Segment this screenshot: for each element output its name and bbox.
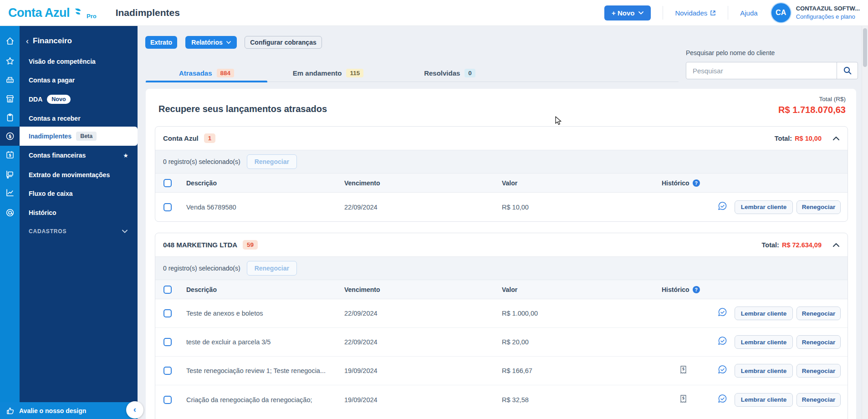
sidebar-nav: ‹ Financeiro Visão de competência Contas… bbox=[20, 26, 138, 419]
extrato-button[interactable]: Extrato bbox=[145, 36, 177, 49]
sidebar-item-contas-a-pagar[interactable]: Contas a pagar bbox=[20, 71, 138, 90]
scrollbar-thumb[interactable] bbox=[863, 28, 867, 67]
collapse-group-button[interactable] bbox=[832, 136, 840, 141]
collapse-group-button[interactable] bbox=[832, 243, 840, 247]
search-input[interactable] bbox=[686, 67, 837, 75]
novo-badge: Novo bbox=[47, 95, 70, 104]
novo-button[interactable]: + Novo bbox=[604, 5, 651, 20]
column-valor: Valor bbox=[502, 179, 517, 187]
external-link-icon bbox=[710, 10, 716, 16]
chevron-left-icon: ‹ bbox=[133, 404, 136, 414]
renegotiation-receipt-icon[interactable]: $ bbox=[680, 394, 687, 405]
chat-check-icon[interactable] bbox=[717, 337, 727, 347]
group-total-label: Total: bbox=[775, 135, 792, 142]
renegociar-row-button[interactable]: Renegociar bbox=[797, 364, 841, 378]
table-row: Teste renegociação review 1; Teste reneg… bbox=[155, 357, 848, 385]
sidebar-item-contas-financeiras[interactable]: Contas financeiras ★ bbox=[20, 146, 138, 165]
renegociar-row-button[interactable]: Renegociar bbox=[797, 307, 841, 320]
sidebar-item-visao-de-competencia[interactable]: Visão de competência bbox=[20, 52, 138, 71]
link-icon[interactable] bbox=[0, 203, 20, 222]
lembrar-cliente-button[interactable]: Lembrar cliente bbox=[735, 335, 793, 349]
row-checkbox[interactable] bbox=[163, 338, 172, 346]
cash-register-icon[interactable] bbox=[0, 70, 20, 89]
sidebar-header-financeiro[interactable]: ‹ Financeiro bbox=[20, 33, 72, 49]
help-icon[interactable]: ? bbox=[693, 179, 700, 187]
column-vencimento: Vencimento bbox=[344, 179, 380, 187]
chat-check-icon[interactable] bbox=[717, 308, 727, 319]
row-checkbox[interactable] bbox=[163, 396, 172, 404]
sidebar-item-fluxo-de-caixa[interactable]: Fluxo de caixa bbox=[20, 184, 138, 203]
clipboard-icon[interactable] bbox=[0, 108, 20, 127]
grand-total-label: Total (R$) bbox=[729, 96, 846, 102]
tab-atrasadas[interactable]: Atrasadas 884 bbox=[146, 64, 267, 82]
sidebar-item-historico[interactable]: Histórico bbox=[20, 203, 138, 222]
lembrar-cliente-button[interactable]: Lembrar cliente bbox=[735, 307, 793, 320]
row-checkbox[interactable] bbox=[163, 203, 172, 211]
sidebar-item-extrato-de-movimentacoes[interactable]: Extrato de movimentações bbox=[20, 165, 138, 184]
group-total-value: R$ 72.634,09 bbox=[782, 241, 822, 249]
relatorios-button[interactable]: Relatórios bbox=[185, 36, 237, 49]
renegociar-bulk-button[interactable]: Renegociar bbox=[247, 154, 297, 169]
lembrar-cliente-button[interactable]: Lembrar cliente bbox=[735, 364, 793, 378]
sidebar-section-cadastros[interactable]: CADASTROS bbox=[20, 222, 138, 241]
renegociar-label: Renegociar bbox=[255, 265, 289, 272]
home-icon[interactable] bbox=[0, 31, 20, 51]
renegociar-row-button[interactable]: Renegociar bbox=[797, 393, 841, 407]
renegociar-row-button[interactable]: Renegociar bbox=[797, 200, 841, 214]
column-descricao: Descrição bbox=[186, 286, 217, 293]
lembrar-cliente-button[interactable]: Lembrar cliente bbox=[735, 393, 793, 407]
column-historico-label: Histórico bbox=[662, 286, 689, 293]
row-checkbox[interactable] bbox=[163, 309, 172, 317]
item-label: Contas a pagar bbox=[29, 77, 75, 84]
scrollbar-track[interactable] bbox=[862, 26, 868, 419]
tab-resolvidas[interactable]: Resolvidas 0 bbox=[389, 64, 511, 82]
table-header: Descrição Vencimento Valor Histórico ? bbox=[155, 280, 848, 299]
chat-check-icon[interactable] bbox=[717, 394, 727, 405]
configurar-cobrancas-button[interactable]: Configurar cobranças bbox=[245, 36, 322, 49]
row-checkbox[interactable] bbox=[163, 367, 172, 375]
account-settings-link[interactable]: Configurações e plano bbox=[796, 13, 860, 21]
sidebar-item-dda[interactable]: DDA Novo bbox=[20, 90, 138, 109]
ajuda-link[interactable]: Ajuda bbox=[740, 9, 757, 17]
section-heading: Recupere seus lançamentos atrasados bbox=[158, 104, 327, 114]
renegociar-label: Renegociar bbox=[802, 339, 836, 346]
rate-design-bar[interactable]: Avalie o nosso design bbox=[0, 402, 138, 419]
chevron-down-icon bbox=[226, 41, 231, 44]
lembrar-label: Lembrar cliente bbox=[741, 368, 787, 374]
sidebar-item-contas-a-receber[interactable]: Contas a receber bbox=[20, 109, 138, 128]
selection-bar: 0 registro(s) selecionado(s) Renegociar bbox=[155, 150, 848, 174]
select-all-checkbox[interactable] bbox=[163, 286, 172, 294]
table-row: Teste de anexos e boletos 22/09/2024 R$ … bbox=[155, 299, 848, 328]
logo-wordmark: Conta Azul bbox=[8, 6, 70, 20]
novidades-link[interactable]: Novidades bbox=[675, 9, 716, 17]
chart-line-icon[interactable] bbox=[0, 183, 20, 202]
select-all-checkbox[interactable] bbox=[163, 179, 172, 187]
delivery-cart-icon[interactable] bbox=[0, 165, 20, 184]
renegotiation-receipt-icon[interactable]: $ bbox=[680, 366, 687, 376]
group-total-value: R$ 10,00 bbox=[795, 135, 822, 142]
item-label: Inadimplentes bbox=[29, 133, 71, 140]
lembrar-cliente-button[interactable]: Lembrar cliente bbox=[735, 200, 793, 214]
row-due-date: 22/09/2024 bbox=[344, 204, 378, 211]
store-icon[interactable] bbox=[0, 89, 20, 108]
group-header[interactable]: 048 MARKETING LTDA 59 Total: R$ 72.634,0… bbox=[155, 233, 848, 256]
chat-check-icon[interactable] bbox=[717, 365, 727, 376]
chat-check-icon[interactable] bbox=[717, 202, 727, 213]
search-button[interactable] bbox=[837, 62, 858, 79]
renegociar-row-button[interactable]: Renegociar bbox=[797, 335, 841, 349]
icon-rail: $ $ bbox=[0, 26, 20, 419]
row-description: Teste renegociação review 1; Teste reneg… bbox=[186, 367, 326, 374]
tab-em-andamento[interactable]: Em andamento 115 bbox=[267, 64, 389, 82]
sidebar-item-inadimplentes[interactable]: Inadimplentes Beta bbox=[20, 127, 138, 146]
inadimplentes-dollar-icon[interactable]: $ bbox=[0, 127, 20, 146]
renegociar-bulk-button[interactable]: Renegociar bbox=[247, 261, 297, 276]
collapse-sidebar-button[interactable]: ‹ bbox=[126, 401, 143, 419]
star-icon[interactable] bbox=[0, 51, 20, 71]
contaazul-logo[interactable]: Conta Azul Pro bbox=[8, 6, 97, 20]
avatar[interactable]: CA bbox=[771, 3, 791, 22]
renegociar-label: Renegociar bbox=[255, 158, 289, 165]
calendar-dollar-icon[interactable]: $ bbox=[0, 145, 20, 164]
client-name: 048 MARKETING LTDA bbox=[163, 241, 237, 249]
group-header[interactable]: Conta Azul 1 Total: R$ 10,00 bbox=[155, 127, 848, 150]
help-icon[interactable]: ? bbox=[693, 286, 700, 293]
